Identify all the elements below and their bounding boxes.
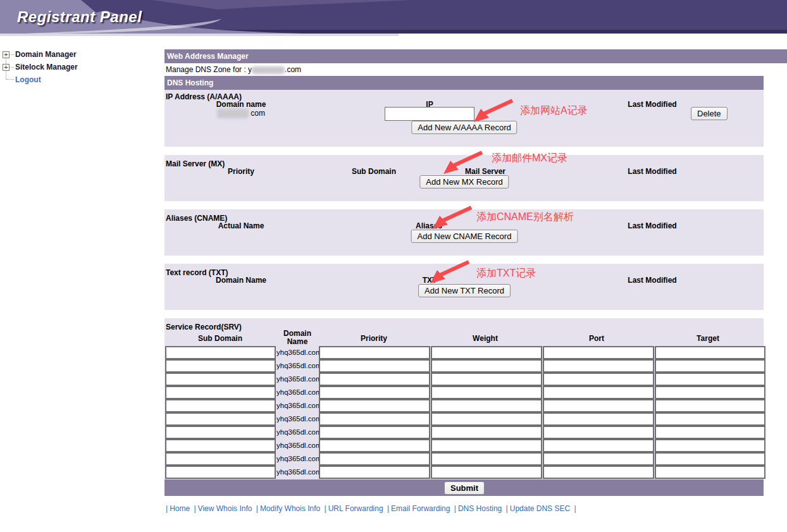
srv-port-input[interactable] xyxy=(543,452,654,466)
srv-target-input[interactable] xyxy=(655,346,765,359)
srv-target-input[interactable] xyxy=(655,452,765,466)
cname-col-actual-name: Actual Name xyxy=(218,221,264,230)
srv-sub-domain-input[interactable] xyxy=(165,373,276,386)
srv-port-input[interactable] xyxy=(543,386,654,399)
srv-priority-input[interactable] xyxy=(319,346,430,359)
srv-col-target: Target xyxy=(697,334,719,343)
web-address-manager-bar: Web Address Manager xyxy=(164,49,787,63)
srv-weight-input[interactable] xyxy=(431,399,542,412)
srv-port-input[interactable] xyxy=(543,399,654,412)
a-record-domain-suffix: com xyxy=(251,109,265,118)
cname-annotation: 添加CNAME别名解析 xyxy=(476,211,574,224)
srv-weight-input[interactable] xyxy=(431,439,542,452)
srv-sub-domain-input[interactable] xyxy=(165,359,276,373)
srv-sub-domain-input[interactable] xyxy=(165,412,276,426)
srv-weight-input[interactable] xyxy=(431,359,542,373)
a-record-domain-value: com xyxy=(217,109,265,118)
srv-domain-name-cell: yhq365dl.com xyxy=(276,399,319,412)
add-txt-record-button[interactable]: Add New TXT Record xyxy=(418,284,511,297)
srv-col-port: Port xyxy=(589,334,604,343)
srv-port-input[interactable] xyxy=(543,466,654,479)
srv-sub-domain-input[interactable] xyxy=(165,426,276,439)
sidebar-item-logout[interactable]: Logout xyxy=(15,75,41,84)
srv-port-input[interactable] xyxy=(543,346,654,359)
ip-input[interactable] xyxy=(385,107,474,121)
expand-icon[interactable]: + xyxy=(3,64,9,71)
add-mx-record-button[interactable]: Add New MX Record xyxy=(419,175,509,189)
srv-port-input[interactable] xyxy=(543,359,654,373)
expand-icon[interactable]: + xyxy=(3,51,9,58)
srv-target-input[interactable] xyxy=(655,439,765,452)
footer-link-home[interactable]: Home xyxy=(170,504,190,513)
srv-priority-input[interactable] xyxy=(319,373,430,386)
srv-priority-input[interactable] xyxy=(319,412,430,426)
srv-table-row: yhq365dl.com xyxy=(165,452,764,466)
srv-priority-input[interactable] xyxy=(319,439,430,452)
srv-weight-input[interactable] xyxy=(431,346,542,359)
srv-domain-name-cell: yhq365dl.com xyxy=(276,426,319,439)
footer-link-url-forwarding[interactable]: URL Forwarding xyxy=(328,504,383,513)
footer-link-email-forwarding[interactable]: Email Forwarding xyxy=(391,504,450,513)
redacted-domain-blur xyxy=(252,66,285,74)
srv-priority-input[interactable] xyxy=(319,386,430,399)
mx-title: Mail Server (MX) xyxy=(166,159,225,168)
add-cname-record-button[interactable]: Add New CNAME Record xyxy=(411,230,518,243)
srv-priority-input[interactable] xyxy=(319,466,430,479)
srv-target-input[interactable] xyxy=(655,399,765,412)
srv-sub-domain-input[interactable] xyxy=(165,452,276,466)
sidebar-item-domain-manager[interactable]: Domain Manager xyxy=(15,50,77,59)
manage-dns-zone-prefix: Manage DNS Zone for : y xyxy=(166,65,252,74)
srv-weight-input[interactable] xyxy=(431,386,542,399)
srv-sub-domain-input[interactable] xyxy=(165,386,276,399)
delete-a-record-button[interactable]: Delete xyxy=(691,107,728,120)
srv-priority-input[interactable] xyxy=(319,426,430,439)
srv-priority-input[interactable] xyxy=(319,359,430,373)
srv-port-input[interactable] xyxy=(543,426,654,439)
txt-col-domain-name: Domain Name xyxy=(216,276,266,285)
footer-link-update-dns-sec[interactable]: Update DNS SEC xyxy=(510,504,570,513)
footer-link-view-whois-info[interactable]: View Whois Info xyxy=(198,504,252,513)
srv-weight-input[interactable] xyxy=(431,412,542,426)
srv-col-weight: Weight xyxy=(473,334,498,343)
srv-col-priority: Priority xyxy=(361,334,387,343)
srv-port-input[interactable] xyxy=(543,412,654,426)
srv-sub-domain-input[interactable] xyxy=(165,466,276,479)
mx-col-last-modified: Last Modified xyxy=(628,167,676,176)
red-arrow-icon xyxy=(432,206,474,230)
mx-col-priority: Priority xyxy=(228,167,254,176)
srv-port-input[interactable] xyxy=(543,439,654,452)
srv-table-row: yhq365dl.com xyxy=(165,439,764,452)
srv-weight-input[interactable] xyxy=(431,466,542,479)
srv-target-input[interactable] xyxy=(655,466,765,479)
srv-domain-name-cell: yhq365dl.com xyxy=(276,439,319,452)
srv-domain-name-cell: yhq365dl.com xyxy=(276,359,319,373)
srv-sub-domain-input[interactable] xyxy=(165,346,276,359)
srv-table-row: yhq365dl.com xyxy=(165,373,764,386)
srv-target-input[interactable] xyxy=(655,412,765,426)
mx-annotation: 添加邮件MX记录 xyxy=(492,152,567,165)
srv-sub-domain-input[interactable] xyxy=(165,399,276,412)
footer-link-dns-hosting[interactable]: DNS Hosting xyxy=(458,504,502,513)
footer-link-modify-whois-info[interactable]: Modify Whois Info xyxy=(260,504,320,513)
srv-weight-input[interactable] xyxy=(431,373,542,386)
srv-sub-domain-input[interactable] xyxy=(165,439,276,452)
page-header: Registrant Panel xyxy=(0,0,787,36)
srv-port-input[interactable] xyxy=(543,373,654,386)
red-arrow-icon xyxy=(443,151,485,175)
sidebar-item-sitelock-manager[interactable]: Sitelock Manager xyxy=(15,63,78,71)
submit-button[interactable]: Submit xyxy=(444,481,485,495)
a-record-col-domain-name: Domain name xyxy=(216,100,266,109)
registrant-panel-page: Registrant Panel + + Domain Manager Site… xyxy=(0,0,787,532)
srv-target-input[interactable] xyxy=(655,359,765,373)
srv-weight-input[interactable] xyxy=(431,452,542,466)
srv-table-row: yhq365dl.com xyxy=(165,346,764,359)
add-a-record-button[interactable]: Add New A/AAAA Record xyxy=(411,121,517,134)
srv-target-input[interactable] xyxy=(655,426,765,439)
srv-target-input[interactable] xyxy=(655,373,765,386)
srv-target-input[interactable] xyxy=(655,386,765,399)
srv-priority-input[interactable] xyxy=(319,399,430,412)
srv-domain-name-cell: yhq365dl.com xyxy=(276,373,319,386)
a-record-col-last-modified: Last Modified xyxy=(628,100,676,109)
srv-weight-input[interactable] xyxy=(431,426,542,439)
srv-priority-input[interactable] xyxy=(319,452,430,466)
